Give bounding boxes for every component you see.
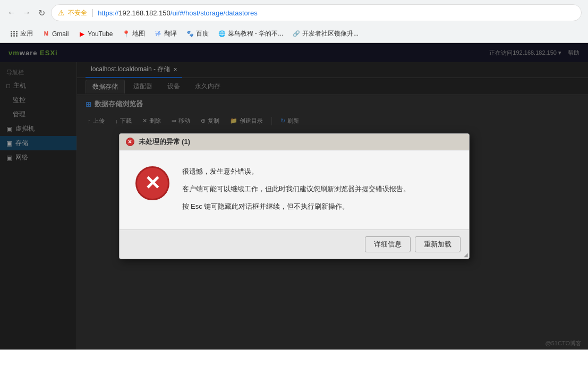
browser-nav: ← → ↻ ⚠ 不安全 | https://192.168.182.150/ui… — [0, 0, 588, 25]
bookmark-apps-label: 应用 — [20, 29, 33, 38]
error-x-icon: ✕ — [144, 174, 160, 193]
url-path: /ui/#/host/storage/datastores — [171, 9, 258, 17]
dialog-title-bar: × 未处理的异常 (1) — [120, 134, 469, 150]
bookmark-dev[interactable]: 🔗 开发者社区镜像升... — [288, 28, 363, 40]
bookmarks-bar: 应用 M Gmail ▶ YouTube 📍 地图 译 翻译 🐾 百度 🌐 菜鸟… — [0, 25, 588, 42]
cainiao-icon: 🌐 — [218, 30, 226, 38]
dialog-title: 未处理的异常 (1) — [139, 137, 191, 147]
gmail-icon: M — [42, 30, 50, 38]
forward-button[interactable]: → — [21, 7, 32, 18]
bookmark-baidu-label: 百度 — [196, 29, 209, 38]
bookmark-gmail[interactable]: M Gmail — [38, 29, 73, 39]
warning-icon: ⚠ — [58, 8, 65, 17]
translate-icon: 译 — [155, 30, 162, 38]
details-button[interactable]: 详细信息 — [365, 236, 411, 252]
url-host: 192.168.182.150 — [118, 9, 171, 17]
bookmark-cainiao[interactable]: 🌐 菜鸟教程 - 学的不... — [214, 28, 288, 40]
bookmark-translate-label: 翻译 — [164, 29, 177, 38]
dialog-close-button[interactable]: × — [126, 138, 134, 146]
maps-icon: 📍 — [123, 30, 130, 38]
reload-button[interactable]: 重新加载 — [415, 236, 461, 252]
bookmark-apps[interactable]: 应用 — [6, 28, 37, 40]
apps-icon — [11, 30, 18, 38]
address-bar[interactable]: ⚠ 不安全 | https://192.168.182.150/ui/#/hos… — [51, 4, 582, 21]
bookmark-youtube-label: YouTube — [88, 30, 113, 38]
dialog-message-2: 客户端可能可以继续工作，但此时我们建议您刷新浏览器并提交错误报告。 — [182, 184, 453, 195]
browser-chrome: ← → ↻ ⚠ 不安全 | https://192.168.182.150/ui… — [0, 0, 588, 43]
separator: | — [91, 8, 93, 18]
url-protocol: https:// — [98, 9, 118, 17]
dialog-message: 很遗憾，发生意外错误。 客户端可能可以继续工作，但此时我们建议您刷新浏览器并提交… — [182, 166, 453, 218]
dev-icon: 🔗 — [293, 30, 300, 38]
bookmark-dev-label: 开发者社区镜像升... — [302, 29, 359, 38]
dialog-message-3: 按 Esc 键可隐藏此对话框并继续，但不执行刷新操作。 — [182, 201, 453, 212]
resize-handle[interactable]: ◢ — [464, 252, 468, 258]
error-icon-container: ✕ — [135, 166, 169, 200]
dialog-message-1: 很遗憾，发生意外错误。 — [182, 166, 453, 177]
error-icon-circle: ✕ — [135, 166, 169, 200]
bookmark-youtube[interactable]: ▶ YouTube — [74, 29, 117, 39]
not-secure-label: 不安全 — [68, 8, 87, 18]
bookmark-maps[interactable]: 📍 地图 — [118, 28, 149, 40]
bookmark-gmail-label: Gmail — [52, 30, 69, 38]
dialog-footer: 详细信息 重新加载 — [120, 229, 469, 259]
bookmark-baidu[interactable]: 🐾 百度 — [182, 28, 213, 40]
url-text: https://192.168.182.150/ui/#/host/storag… — [98, 9, 258, 17]
dialog-body: ✕ 很遗憾，发生意外错误。 客户端可能可以继续工作，但此时我们建议您刷新浏览器并… — [120, 150, 469, 229]
esxi-container: vmware ESXi 正在访问192.168.182.150 ▾ 帮助 导航栏… — [0, 43, 588, 350]
youtube-icon: ▶ — [78, 30, 86, 38]
bookmark-cainiao-label: 菜鸟教程 - 学的不... — [228, 29, 284, 38]
bookmark-translate[interactable]: 译 翻译 — [150, 28, 181, 40]
reload-button[interactable]: ↻ — [36, 7, 47, 18]
back-button[interactable]: ← — [6, 7, 17, 18]
dialog-close-icon: × — [128, 139, 132, 145]
bookmark-maps-label: 地图 — [132, 29, 145, 38]
baidu-icon: 🐾 — [186, 30, 194, 38]
dialog-overlay: × 未处理的异常 (1) ✕ 很遗憾，发生意外错误。 客户端可能可以继续工作，但… — [0, 43, 588, 350]
error-dialog: × 未处理的异常 (1) ✕ 很遗憾，发生意外错误。 客户端可能可以继续工作，但… — [119, 133, 470, 259]
